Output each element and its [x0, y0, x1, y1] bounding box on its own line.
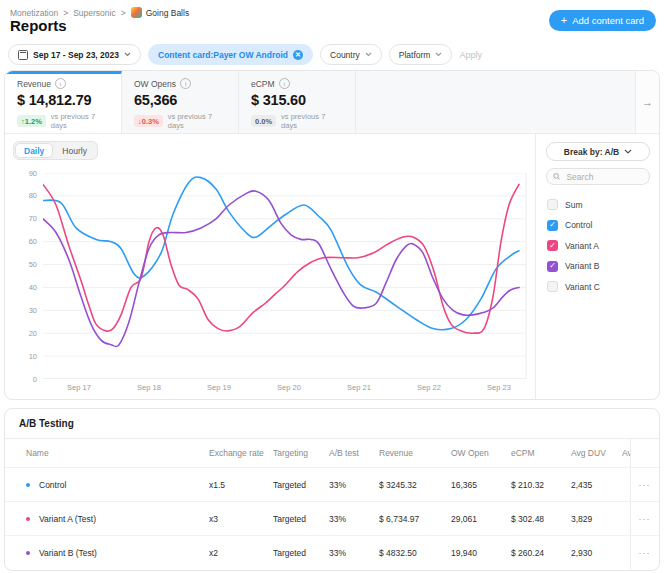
legend-item-control[interactable]: ✓Control — [547, 220, 659, 231]
checkbox-icon[interactable]: ✓ — [547, 220, 558, 231]
table-row-variant-b-test-[interactable]: Variant B (Test)x2Targeted33%$ 4832.5019… — [5, 535, 659, 569]
legend-item-sum[interactable]: Sum — [547, 199, 659, 210]
legend-label: Variant A — [565, 241, 599, 251]
chevron-down-icon — [124, 52, 131, 57]
cell-revenue: $ 4832.50 — [371, 548, 443, 558]
search-icon — [553, 172, 560, 181]
row-actions-button[interactable]: ··· — [630, 502, 658, 535]
legend-search — [546, 168, 650, 185]
column-header-actions — [630, 439, 658, 467]
cell-exchange-rate: x1.5 — [201, 480, 265, 490]
break-by-dropdown[interactable]: Break by: A/B — [546, 142, 650, 161]
country-filter[interactable]: Country — [320, 44, 382, 65]
page-title: Reports — [10, 17, 67, 34]
filter-bar: Sep 17 - Sep 23, 2023 Content card:Payer… — [8, 44, 482, 65]
toggle-daily[interactable]: Daily — [15, 143, 53, 158]
cell-ecpm: $ 260.24 — [503, 548, 563, 558]
plus-icon: + — [561, 15, 567, 26]
cell-revenue: $ 6,734.97 — [371, 514, 443, 524]
x-tick-label: Sep 22 — [407, 383, 451, 392]
y-tick-label: 80 — [11, 191, 37, 200]
row-actions-button[interactable]: ··· — [630, 468, 658, 501]
chevron-down-icon — [624, 149, 632, 154]
stat-delta-badge: ↓0.3% — [134, 115, 163, 127]
column-header-exchange-rate: Exchange rate — [201, 448, 265, 458]
checkbox-icon[interactable] — [547, 199, 558, 210]
breadcrumb-monetization[interactable]: Monetization — [10, 8, 58, 18]
stat-card-ow-opens[interactable]: OW Opens i 65,366 ↓0.3% vs previous 7 da… — [122, 71, 239, 133]
column-header-a-b-test: A/B test — [321, 448, 371, 458]
table-header-row: NameExchange rateTargetingA/B testRevenu… — [5, 439, 659, 467]
x-tick-label: Sep 20 — [267, 383, 311, 392]
stats-scroll-right-button[interactable]: → — [636, 71, 659, 133]
stat-note: vs previous 7 days — [168, 112, 226, 130]
info-icon[interactable]: i — [279, 78, 290, 89]
cell-ecpm: $ 302.48 — [503, 514, 563, 524]
search-input[interactable] — [564, 171, 643, 183]
cell-exchange-rate: x3 — [201, 514, 265, 524]
y-tick-label: 20 — [11, 329, 37, 338]
y-tick-label: 60 — [11, 237, 37, 246]
revenue-chart[interactable] — [43, 173, 527, 379]
stat-label: eCPM — [251, 79, 275, 89]
stat-delta-badge: ↑1.2% — [17, 115, 46, 127]
column-header-targeting: Targeting — [265, 448, 321, 458]
calendar-icon — [18, 50, 28, 60]
y-tick-label: 30 — [11, 306, 37, 315]
series-dot-icon — [26, 483, 30, 487]
y-tick-label: 40 — [11, 283, 37, 292]
stats-filler — [356, 71, 636, 133]
arrow-right-icon: → — [642, 96, 653, 108]
checkbox-icon[interactable]: ✓ — [547, 240, 558, 251]
table-row-variant-a-test-[interactable]: Variant A (Test)x3Targeted33%$ 6,734.972… — [5, 501, 659, 535]
column-header-revenue: Revenue — [371, 448, 443, 458]
cell-avg-duv: 2,930 — [563, 548, 614, 558]
cell-avg-duv: 3,829 — [563, 514, 614, 524]
column-header-ecpm: eCPM — [503, 448, 563, 458]
table-row-control[interactable]: Controlx1.5Targeted33%$ 3245.3216,365$ 2… — [5, 467, 659, 501]
row-name: Variant A (Test) — [39, 514, 96, 524]
date-range-picker[interactable]: Sep 17 - Sep 23, 2023 — [8, 44, 141, 65]
legend-label: Variant B — [565, 261, 599, 271]
stat-label: OW Opens — [134, 79, 176, 89]
legend-item-variant-b[interactable]: ✓Variant B — [547, 261, 659, 272]
series-dot-icon — [26, 517, 30, 521]
content-card-filter-chip[interactable]: Content card:Payer OW Android ✕ — [148, 44, 313, 65]
stat-value: $ 315.60 — [251, 92, 343, 108]
cell-targeting: Targeted — [265, 514, 321, 524]
report-panel: Revenue i $ 14,812.79 ↑1.2% vs previous … — [4, 70, 660, 400]
series-legend: Sum✓Control✓Variant A✓Variant BVariant C — [536, 199, 659, 292]
stat-note: vs previous 7 days — [281, 112, 343, 130]
series-dot-icon — [26, 551, 30, 555]
cell-targeting: Targeted — [265, 548, 321, 558]
stat-value: $ 14,812.79 — [17, 92, 109, 108]
checkbox-icon[interactable] — [547, 281, 558, 292]
breadcrumb-supersonic[interactable]: Supersonic — [73, 8, 116, 18]
column-header-avg-duv: Avg DUV — [563, 448, 614, 458]
row-actions-button[interactable]: ··· — [630, 536, 658, 569]
column-header-avg: Avg — [614, 448, 630, 458]
cell-ab-test: 33% — [321, 480, 371, 490]
apply-button[interactable]: Apply — [459, 50, 482, 60]
legend-item-variant-c[interactable]: Variant C — [547, 281, 659, 292]
stat-card-ecpm[interactable]: eCPM i $ 315.60 0.0% vs previous 7 days — [239, 71, 356, 133]
x-tick-label: Sep 17 — [57, 383, 101, 392]
toggle-hourly[interactable]: Hourly — [53, 143, 96, 158]
breadcrumb-separator: > — [63, 8, 68, 18]
info-icon[interactable]: i — [55, 78, 66, 89]
cell-ow-open: 19,940 — [443, 548, 503, 558]
add-content-card-button[interactable]: + Add content card — [549, 10, 656, 31]
stat-card-revenue[interactable]: Revenue i $ 14,812.79 ↑1.2% vs previous … — [5, 71, 122, 133]
legend-item-variant-a[interactable]: ✓Variant A — [547, 240, 659, 251]
platform-filter[interactable]: Platform — [389, 44, 453, 65]
y-tick-label: 90 — [11, 169, 37, 178]
x-tick-label: Sep 21 — [337, 383, 381, 392]
breadcrumb-going-balls[interactable]: Going Balls — [131, 7, 189, 18]
info-icon[interactable]: i — [180, 78, 191, 89]
checkbox-icon[interactable]: ✓ — [547, 261, 558, 272]
close-icon[interactable]: ✕ — [293, 50, 303, 60]
stat-label: Revenue — [17, 79, 51, 89]
stat-note: vs previous 7 days — [51, 112, 109, 130]
breadcrumb-separator: > — [121, 8, 126, 18]
cell-avg-duv: 2,435 — [563, 480, 614, 490]
